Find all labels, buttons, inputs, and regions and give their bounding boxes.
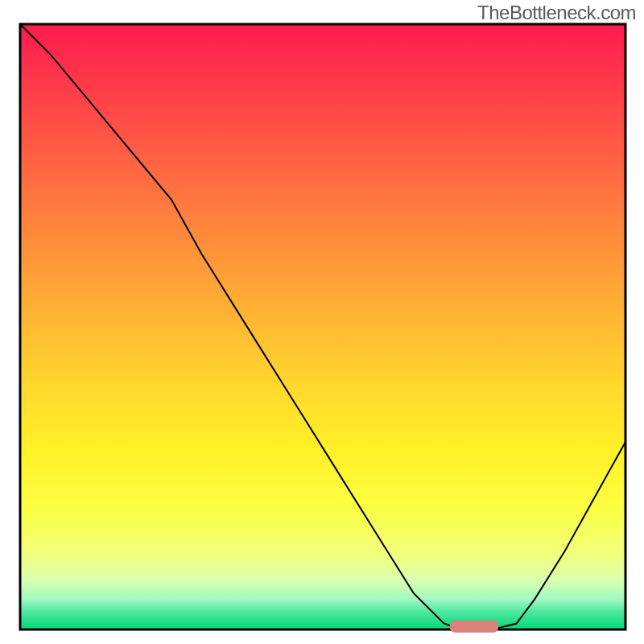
watermark-text: TheBottleneck.com (477, 2, 636, 24)
chart-svg (0, 0, 644, 644)
chart-container: TheBottleneck.com (0, 0, 644, 644)
plot-background (20, 24, 625, 630)
optimal-marker (450, 621, 498, 633)
